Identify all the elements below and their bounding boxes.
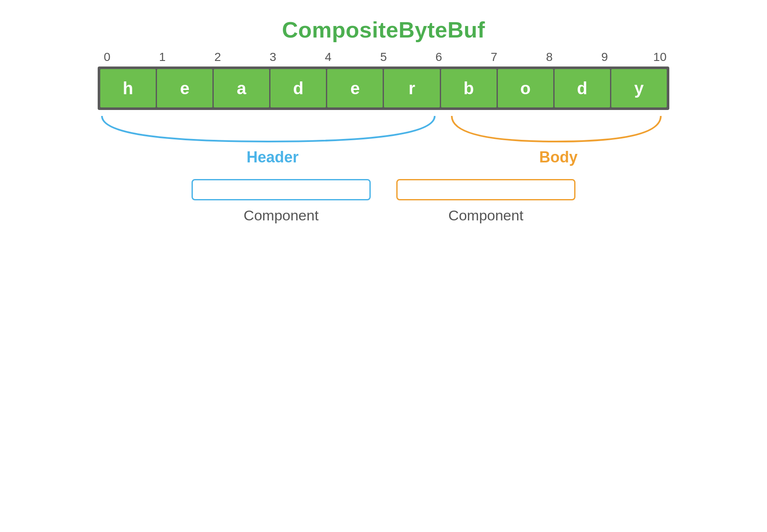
header-brace-svg [98,112,447,146]
header-component-box [192,179,371,200]
buf-cell-8: d [555,69,610,107]
braces-row: Header Body [98,112,669,166]
axis-num-6: 6 [430,50,447,64]
buf-cell-3: d [270,69,326,107]
buf-cell-5: r [384,69,439,107]
body-label: Body [539,148,578,166]
axis-num-3: 3 [264,50,282,64]
body-brace-svg [447,112,669,146]
header-label: Header [247,148,299,166]
axis-num-10: 10 [651,50,668,64]
buf-cell-0: h [100,69,156,107]
components-row: Component Component [98,179,669,224]
header-component-wrapper: Component [192,179,371,224]
body-component-wrapper: Component [396,179,575,224]
axis-num-7: 7 [485,50,503,64]
buf-cell-2: a [214,69,269,107]
axis-num-9: 9 [596,50,613,64]
buf-cell-7: o [498,69,553,107]
buffer-bar: headerbody [98,66,669,110]
buf-cell-1: e [157,69,212,107]
page-title: CompositeByteBuf [282,17,485,43]
axis-row: 012345678910 [98,50,669,64]
buf-cell-9: y [611,69,667,107]
buf-cell-4: e [327,69,383,107]
axis-num-8: 8 [541,50,558,64]
axis-num-0: 0 [99,50,116,64]
axis-num-2: 2 [209,50,226,64]
buf-cell-6: b [441,69,497,107]
header-component-label: Component [244,207,319,224]
axis-num-1: 1 [154,50,171,64]
body-component-label: Component [448,207,523,224]
axis-num-5: 5 [375,50,392,64]
body-brace-zone: Body [447,112,669,166]
axis-num-4: 4 [320,50,337,64]
header-brace-zone: Header [98,112,447,166]
body-component-box [396,179,575,200]
